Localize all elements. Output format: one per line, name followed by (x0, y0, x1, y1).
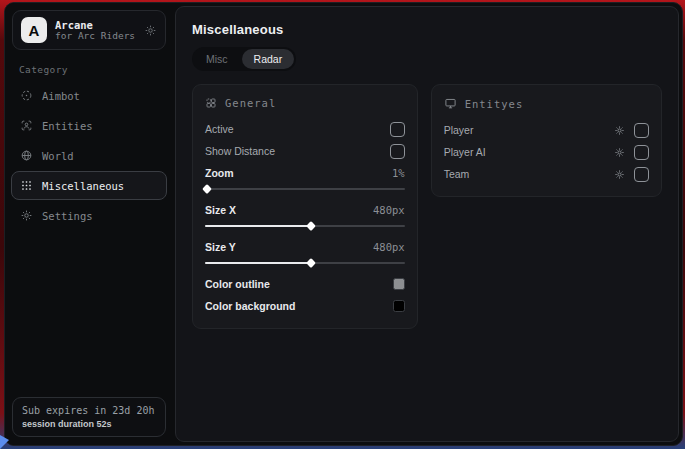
entity-label: Team (444, 168, 470, 180)
globe-icon (20, 149, 33, 162)
setting-label: Zoom (205, 167, 234, 179)
setting-row-active: Active (205, 118, 405, 140)
setting-row-zoom: Zoom 1% (205, 162, 405, 184)
setting-row-size-y: Size Y 480px (205, 236, 405, 258)
setting-label: Show Distance (205, 145, 275, 157)
session-duration-text: session duration 52s (22, 419, 156, 429)
sidebar-item-entities[interactable]: Entities (11, 111, 167, 140)
monitor-icon (444, 97, 457, 110)
slider-thumb[interactable] (306, 258, 316, 268)
mouse-cursor (0, 435, 9, 449)
sidebar-item-miscellaneous[interactable]: Miscellaneous (11, 171, 167, 200)
gear-icon[interactable] (614, 125, 625, 136)
page-title: Miscellaneous (176, 7, 678, 37)
zoom-value: 1% (392, 167, 405, 179)
app-logo: A (21, 17, 47, 43)
gear-icon (20, 209, 33, 222)
tab-misc[interactable]: Misc (194, 49, 240, 69)
sidebar-item-label: Entities (42, 120, 93, 132)
color-background-swatch[interactable] (393, 300, 405, 312)
person-scan-icon (20, 119, 33, 132)
entities-panel: Entityes Player P (431, 84, 662, 197)
setting-label: Size Y (205, 241, 236, 253)
category-label: Category (19, 64, 173, 75)
sidebar-item-label: Aimbot (42, 90, 80, 102)
setting-row-show-distance: Show Distance (205, 140, 405, 162)
size-y-slider[interactable] (205, 262, 405, 264)
zoom-slider[interactable] (205, 188, 405, 190)
sidebar-nav: Aimbot Entities (5, 81, 173, 230)
sidebar-item-label: Miscellaneous (42, 180, 124, 192)
entity-label: Player AI (444, 146, 486, 158)
grid-icon (205, 97, 217, 109)
subscription-card: Sub expires in 23d 20h session duration … (12, 397, 166, 437)
grid-dots-icon (20, 179, 33, 192)
size-x-slider[interactable] (205, 225, 405, 227)
player-checkbox[interactable] (634, 123, 649, 138)
general-panel: General Active Show Distance Zoom 1% (192, 84, 418, 329)
setting-row-size-x: Size X 480px (205, 199, 405, 221)
color-outline-swatch[interactable] (393, 278, 405, 290)
player-ai-checkbox[interactable] (634, 145, 649, 160)
setting-label: Size X (205, 204, 236, 216)
setting-label: Color background (205, 300, 295, 312)
gear-icon[interactable] (144, 24, 157, 37)
sidebar-item-label: Settings (42, 210, 93, 222)
sub-expiry-text: Sub expires in 23d 20h (22, 405, 156, 416)
slider-thumb[interactable] (306, 221, 316, 231)
sidebar-item-settings[interactable]: Settings (11, 201, 167, 230)
panels-row: General Active Show Distance Zoom 1% (176, 71, 678, 342)
sidebar-item-label: World (42, 150, 74, 162)
setting-row-color-outline: Color outline (205, 273, 405, 295)
setting-label: Active (205, 123, 234, 135)
gear-icon[interactable] (614, 147, 625, 158)
sidebar: A Arcane for Arc Riders Category (5, 3, 173, 445)
app-header-card: A Arcane for Arc Riders (12, 10, 166, 50)
slider-thumb[interactable] (202, 184, 212, 194)
setting-row-color-background: Color background (205, 295, 405, 317)
entity-row-player-ai: Player AI (444, 141, 649, 163)
app-subtitle: for Arc Riders (55, 31, 136, 42)
app-name: Arcane (55, 19, 136, 31)
sidebar-item-aimbot[interactable]: Aimbot (11, 81, 167, 110)
size-y-value: 480px (373, 241, 405, 253)
sidebar-item-world[interactable]: World (11, 141, 167, 170)
size-x-value: 480px (373, 204, 405, 216)
gear-icon[interactable] (614, 169, 625, 180)
active-checkbox[interactable] (390, 122, 405, 137)
entity-row-team: Team (444, 163, 649, 185)
general-panel-title: General (225, 97, 276, 109)
entity-label: Player (444, 124, 474, 136)
tab-radar[interactable]: Radar (242, 49, 295, 69)
team-checkbox[interactable] (634, 167, 649, 182)
crosshair-icon (20, 89, 33, 102)
tab-bar: Misc Radar (192, 47, 296, 71)
setting-label: Color outline (205, 278, 270, 290)
app-window: A Arcane for Arc Riders Category (4, 2, 683, 446)
show-distance-checkbox[interactable] (390, 144, 405, 159)
main-content: Miscellaneous Misc Radar Gene (175, 6, 679, 442)
entity-row-player: Player (444, 119, 649, 141)
entities-panel-title: Entityes (465, 98, 524, 110)
